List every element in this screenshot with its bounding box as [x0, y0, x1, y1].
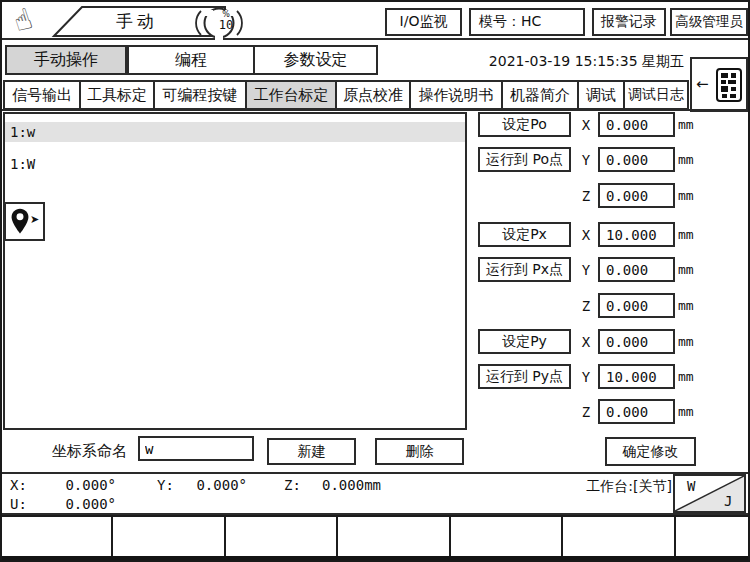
axis-z-label: Z: — [284, 477, 301, 493]
subtab-operation-manual[interactable]: 操作说明书 — [409, 80, 503, 110]
softkey-4[interactable] — [338, 517, 451, 556]
back-arrow-icon: ← — [696, 75, 709, 93]
py-y-unit-label: mm — [678, 369, 694, 384]
px-x-axis-label: X — [578, 222, 594, 247]
subtab-signal-output[interactable]: 信号输出 — [3, 80, 81, 110]
po-x-axis-label: X — [578, 112, 594, 137]
subtab-debug[interactable]: 调试 — [577, 80, 625, 110]
coord-system-list: 1:w 1:W ➤ — [3, 112, 467, 430]
speed-readout[interactable]: % 10 — [207, 11, 245, 31]
worktable-mode-label: 工作台:[关节] — [542, 478, 672, 496]
py-x-unit-label: mm — [678, 334, 694, 349]
px-z-unit-label: mm — [678, 298, 694, 313]
py-z-value-field[interactable]: 0.000 — [598, 399, 675, 424]
px-x-value-field[interactable]: 10.000 — [598, 222, 675, 247]
axis-u-value: 0.000° — [54, 496, 116, 512]
content-divider — [2, 109, 748, 111]
py-x-axis-label: X — [578, 329, 594, 354]
subtab-tool-calibration[interactable]: 工具标定 — [79, 80, 155, 110]
po-y-unit-label: mm — [678, 152, 694, 167]
po-z-unit-label: mm — [678, 188, 694, 203]
list-item-coord-w2[interactable]: 1:W — [5, 154, 465, 174]
px-y-value-field[interactable]: 0.000 — [598, 257, 675, 282]
manual-hand-icon: ☝ — [9, 1, 36, 39]
axis-u-label: U: — [10, 496, 27, 512]
softkey-2[interactable] — [113, 517, 226, 556]
subtab-programmable-keys[interactable]: 可编程按键 — [153, 80, 247, 110]
tab-parameter-setting[interactable]: 参数设定 — [253, 45, 378, 75]
datetime-label: 2021-03-19 15:15:35 星期五 — [402, 53, 684, 71]
model-number-button[interactable]: 模号：HC — [469, 8, 585, 36]
mode-label: 手动 — [87, 10, 187, 32]
io-monitor-button[interactable]: I/O监视 — [385, 8, 462, 36]
py-z-axis-label: Z — [578, 399, 594, 424]
wj-toggle[interactable]: W J — [673, 474, 746, 513]
set-py-button[interactable]: 设定Py — [478, 329, 571, 354]
po-x-value-field[interactable]: 0.000 — [598, 112, 675, 137]
set-px-button[interactable]: 设定Px — [478, 222, 571, 247]
set-po-button[interactable]: 设定Po — [478, 112, 571, 137]
run-to-po-button[interactable]: 运行到 Po点 — [478, 147, 571, 172]
speed-value: 10 — [207, 19, 245, 31]
status-bar: X: 0.000° Y: 0.000° Z: 0.000mm U: 0.000°… — [2, 472, 748, 515]
softkey-7[interactable] — [676, 517, 748, 556]
pin-icon — [9, 207, 31, 236]
axis-y-value: 0.000° — [185, 477, 247, 493]
new-button[interactable]: 新建 — [267, 438, 356, 465]
delete-button[interactable]: 删除 — [375, 438, 464, 465]
axis-z-value: 0.000mm — [307, 477, 381, 493]
px-z-value-field[interactable]: 0.000 — [598, 293, 675, 318]
w-mode-label: W — [687, 478, 695, 494]
softkey-5[interactable] — [451, 517, 563, 556]
softkey-3[interactable] — [226, 517, 338, 556]
axis-x-value: 0.000° — [54, 477, 116, 493]
po-x-unit-label: mm — [678, 117, 694, 132]
axis-x-label: X: — [10, 477, 27, 493]
run-to-px-button[interactable]: 运行到 Px点 — [478, 257, 571, 282]
py-x-value-field[interactable]: 0.000 — [598, 329, 675, 354]
axis-y-label: Y: — [157, 477, 174, 493]
hmi-screen: ☝ 手动 % 10 I/O监视 模号：HC 报警记录 高级管理员 手动操作 编程… — [0, 0, 750, 562]
screen-switch-button[interactable]: ← — [690, 57, 748, 112]
admin-level-button[interactable]: 高级管理员 — [670, 8, 748, 36]
list-item-coord-w[interactable]: 1:w — [5, 122, 465, 142]
softkey-6[interactable] — [563, 517, 676, 556]
py-z-unit-label: mm — [678, 404, 694, 419]
po-y-value-field[interactable]: 0.000 — [598, 147, 675, 172]
subtab-worktable-calibration[interactable]: 工作台标定 — [245, 80, 337, 110]
py-y-axis-label: Y — [578, 364, 594, 389]
location-pin-button[interactable]: ➤ — [4, 202, 45, 241]
wj-diagonal — [675, 476, 744, 511]
po-z-value-field[interactable]: 0.000 — [598, 183, 675, 208]
coord-name-input[interactable] — [138, 436, 254, 461]
po-z-axis-label: Z — [578, 183, 594, 208]
px-x-unit-label: mm — [678, 227, 694, 242]
px-z-axis-label: Z — [578, 293, 594, 318]
bottom-strip — [2, 556, 748, 560]
run-to-py-button[interactable]: 运行到 Py点 — [478, 364, 571, 389]
px-y-axis-label: Y — [578, 257, 594, 282]
alarm-record-button[interactable]: 报警记录 — [592, 8, 666, 36]
softkey-row — [2, 515, 748, 556]
tab-programming[interactable]: 编程 — [127, 45, 255, 75]
coord-name-label: 坐标系命名 — [52, 442, 127, 461]
pin-arrow-icon: ➤ — [30, 213, 39, 226]
softkey-1[interactable] — [2, 517, 113, 556]
subtab-machine-intro[interactable]: 机器简介 — [501, 80, 579, 110]
keypad-icon — [716, 68, 742, 102]
confirm-modify-button[interactable]: 确定修改 — [605, 437, 696, 466]
po-y-axis-label: Y — [578, 147, 594, 172]
px-y-unit-label: mm — [678, 262, 694, 277]
py-y-value-field[interactable]: 10.000 — [598, 364, 675, 389]
top-bar: ☝ 手动 % 10 I/O监视 模号：HC 报警记录 高级管理员 — [2, 2, 748, 40]
subtab-debug-log[interactable]: 调试日志 — [623, 80, 689, 110]
tab-manual-operation[interactable]: 手动操作 — [5, 45, 127, 75]
subtab-origin-calibration[interactable]: 原点校准 — [335, 80, 411, 110]
j-mode-label: J — [724, 493, 732, 509]
